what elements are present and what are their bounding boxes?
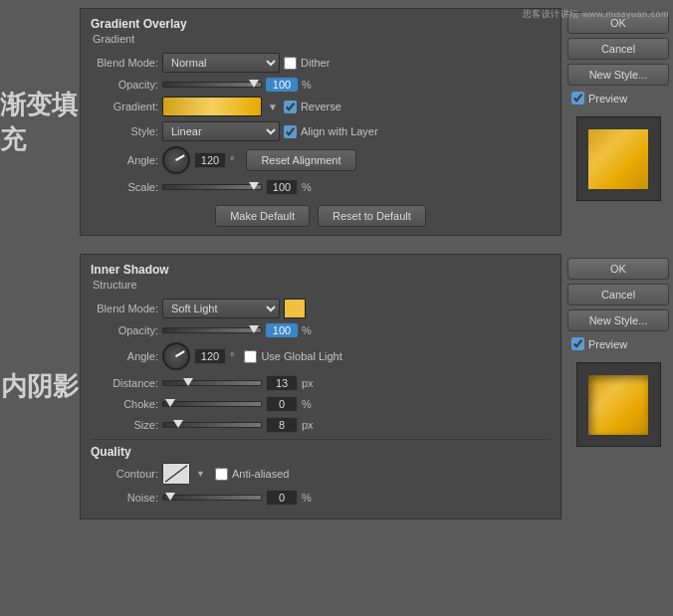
watermark: 思客设计讲坛 www.missyuan.com: [523, 8, 669, 21]
align-label: Align with Layer: [301, 125, 378, 137]
scale-slider-thumb[interactable]: [249, 182, 259, 190]
gradient-panel-area: Gradient Overlay Gradient Blend Mode: No…: [80, 8, 673, 236]
inner-shadow-section: 内阴影 Inner Shadow Structure Blend Mode: N…: [0, 246, 673, 519]
inner-shadow-side-buttons: OK Cancel New Style... Preview: [563, 254, 673, 519]
size-input[interactable]: [266, 417, 298, 433]
opacity-unit: %: [302, 79, 312, 91]
scale-slider-track[interactable]: [162, 184, 262, 190]
size-slider-track[interactable]: [162, 422, 262, 428]
inner-blend-mode-row: Blend Mode: Normal Multiply Soft Light: [91, 299, 551, 318]
opacity-slider-thumb[interactable]: [249, 80, 259, 88]
quality-section: Quality Contour: ▼ Anti-aliased: [91, 439, 551, 506]
choke-slider-thumb[interactable]: [165, 399, 175, 407]
inner-blend-mode-label: Blend Mode:: [91, 303, 158, 314]
make-default-button[interactable]: Make Default: [215, 205, 310, 227]
style-select[interactable]: Linear Radial Angle: [162, 121, 280, 141]
inner-opacity-label: Opacity:: [91, 324, 158, 336]
noise-input[interactable]: [266, 490, 298, 506]
opacity-label: Opacity:: [91, 79, 158, 91]
reset-to-default-button[interactable]: Reset to Default: [318, 205, 426, 227]
contour-row: Contour: ▼ Anti-aliased: [91, 463, 551, 485]
inner-shadow-preview-label: Preview: [588, 338, 627, 350]
opacity-row: Opacity: %: [91, 78, 551, 92]
gradient-side-buttons: OK Cancel New Style... Preview: [563, 8, 673, 236]
scale-input[interactable]: [266, 179, 298, 195]
choke-slider-container: [162, 401, 262, 407]
inner-shadow-main-panel: Inner Shadow Structure Blend Mode: Norma…: [80, 254, 561, 519]
inner-shadow-cancel-button[interactable]: Cancel: [567, 284, 669, 306]
use-global-light-check-item: Use Global Light: [244, 350, 341, 363]
reset-alignment-button[interactable]: Reset Alignment: [246, 149, 355, 171]
dither-checkbox[interactable]: [284, 57, 297, 70]
inner-opacity-slider-track[interactable]: [162, 327, 262, 333]
opacity-slider-container: [162, 82, 262, 88]
gradient-overlay-section: 渐变填充 Gradient Overlay Gradient Blend Mod…: [0, 0, 673, 236]
dither-check-item: Dither: [284, 57, 330, 70]
noise-label: Noise:: [91, 492, 158, 504]
chinese-label-gradient: 渐变填充: [0, 8, 80, 236]
quality-title: Quality: [91, 445, 551, 459]
angle-dial-line: [175, 154, 185, 161]
align-check-item: Align with Layer: [284, 125, 378, 138]
anti-aliased-label: Anti-aliased: [232, 468, 289, 480]
inner-angle-input[interactable]: [194, 348, 226, 364]
inner-shadow-ok-button[interactable]: OK: [567, 258, 669, 280]
distance-label: Distance:: [91, 377, 158, 389]
reverse-checkbox[interactable]: [284, 101, 297, 113]
gradient-row: Gradient: ▼ Reverse: [91, 97, 551, 116]
angle-dial[interactable]: [162, 146, 190, 174]
inner-opacity-input[interactable]: [266, 323, 298, 337]
inner-opacity-slider-container: [162, 327, 262, 333]
angle-input[interactable]: [194, 152, 226, 168]
choke-row: Choke: %: [91, 396, 551, 412]
inner-shadow-panel-area: Inner Shadow Structure Blend Mode: Norma…: [80, 254, 673, 519]
inner-opacity-slider-thumb[interactable]: [249, 325, 259, 333]
inner-shadow-new-style-button[interactable]: New Style...: [567, 309, 669, 331]
noise-slider-thumb[interactable]: [165, 493, 175, 501]
use-global-light-checkbox[interactable]: [244, 350, 257, 363]
anti-aliased-check-item: Anti-aliased: [215, 468, 289, 481]
scale-label: Scale:: [91, 181, 158, 193]
size-slider-thumb[interactable]: [173, 420, 183, 428]
inner-opacity-unit: %: [302, 324, 312, 336]
gradient-preview-checkbox[interactable]: [571, 92, 584, 104]
choke-input[interactable]: [266, 396, 298, 412]
distance-slider-track[interactable]: [162, 380, 262, 386]
anti-aliased-checkbox[interactable]: [215, 468, 228, 481]
distance-slider-container: [162, 380, 262, 386]
blend-mode-select[interactable]: Normal Multiply Screen Soft Light: [162, 53, 280, 73]
distance-slider-thumb[interactable]: [183, 378, 193, 386]
contour-label: Contour:: [91, 468, 158, 480]
inner-blend-mode-select[interactable]: Normal Multiply Soft Light: [162, 299, 280, 318]
inner-angle-dial-line: [175, 350, 185, 357]
align-checkbox[interactable]: [284, 125, 297, 138]
gradient-new-style-button[interactable]: New Style...: [567, 64, 669, 86]
gradient-cancel-button[interactable]: Cancel: [567, 38, 669, 60]
opacity-input[interactable]: [266, 78, 298, 92]
scale-row: Scale: %: [91, 179, 551, 195]
inner-shadow-preview-thumbnail: [576, 362, 661, 447]
gradient-main-panel: Gradient Overlay Gradient Blend Mode: No…: [80, 8, 561, 236]
inner-shadow-color-swatch[interactable]: [284, 299, 306, 318]
blend-mode-row: Blend Mode: Normal Multiply Screen Soft …: [91, 53, 551, 73]
distance-input[interactable]: [266, 375, 298, 391]
size-row: Size: px: [91, 417, 551, 433]
scale-unit: %: [302, 181, 312, 193]
gradient-swatch[interactable]: [162, 97, 262, 116]
distance-row: Distance: px: [91, 375, 551, 391]
reverse-label: Reverse: [301, 101, 341, 112]
choke-slider-track[interactable]: [162, 401, 262, 407]
style-row: Style: Linear Radial Angle Align with La…: [91, 121, 551, 141]
noise-slider-track[interactable]: [162, 495, 262, 501]
gradient-thumbnail-square: [588, 129, 648, 189]
contour-preview[interactable]: [162, 463, 190, 485]
gradient-panel-subtitle: Gradient: [91, 33, 551, 45]
inner-opacity-row: Opacity: %: [91, 323, 551, 337]
opacity-slider-track[interactable]: [162, 82, 262, 88]
inner-shadow-preview-checkbox[interactable]: [571, 337, 584, 350]
section-divider: [0, 236, 673, 246]
choke-unit: %: [302, 398, 312, 410]
gradient-preview-thumbnail: [576, 116, 661, 201]
inner-angle-dial[interactable]: [162, 342, 190, 370]
inner-angle-unit: °: [230, 350, 234, 362]
